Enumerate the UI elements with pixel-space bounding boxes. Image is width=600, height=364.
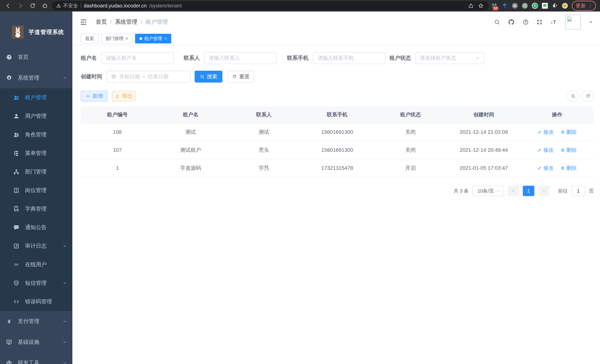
next-page-button[interactable] bbox=[538, 186, 550, 196]
app-title: 芋道管理系统 bbox=[28, 28, 64, 36]
tenant-name-input[interactable] bbox=[101, 52, 174, 64]
edit-link[interactable]: 修改 bbox=[537, 147, 554, 154]
page-1-button[interactable]: 1 bbox=[523, 186, 534, 196]
fullscreen-icon[interactable] bbox=[536, 19, 543, 25]
menu-tree-icon bbox=[13, 150, 20, 156]
sidebar-item-7[interactable]: 岗位管理 bbox=[0, 181, 72, 200]
urlbar-divider bbox=[81, 3, 81, 8]
close-tab-icon[interactable]: × bbox=[126, 36, 128, 41]
table-row: 107测试租户秃头15601691300关闭2021-12-14 20:49:4… bbox=[81, 141, 594, 159]
sidebar-item-4[interactable]: 角色管理 bbox=[0, 125, 72, 144]
browser-update-button[interactable]: 更新 ⋮ bbox=[572, 1, 596, 11]
add-button[interactable]: 新增 bbox=[81, 91, 108, 102]
gauge-icon bbox=[6, 54, 13, 60]
code-icon bbox=[13, 299, 20, 305]
start-date-placeholder: 开始日期 bbox=[119, 73, 140, 80]
sidebar-item-label: 在线用户 bbox=[25, 261, 47, 268]
sidebar-item-9[interactable]: 通知公告 bbox=[0, 218, 72, 237]
sidebar-item-6[interactable]: 部门管理 bbox=[0, 162, 72, 181]
pinned-extension-icon[interactable]: 10 bbox=[492, 3, 498, 9]
avatar[interactable] bbox=[565, 15, 581, 29]
refresh-table-button[interactable] bbox=[582, 90, 594, 102]
puzzle-extensions-icon[interactable] bbox=[552, 3, 558, 9]
breadcrumb-separator: / bbox=[110, 19, 112, 25]
status-select[interactable] bbox=[415, 52, 484, 64]
dot-extension-icon[interactable] bbox=[522, 3, 528, 9]
address-bar[interactable]: 不安全 dashboard.yudao.iocoder.cn/system/te… bbox=[52, 1, 489, 10]
export-button[interactable]: 导出 bbox=[112, 91, 136, 102]
font-size-icon[interactable]: тT bbox=[550, 19, 557, 25]
browser-menu-icon[interactable]: ⋮ bbox=[587, 3, 593, 9]
breadcrumb-item-1[interactable]: 系统管理 bbox=[115, 18, 137, 26]
tab-label: 部门管理 bbox=[106, 36, 123, 42]
delete-link[interactable]: 删除 bbox=[561, 129, 577, 136]
sidebar-item-14[interactable]: ¥支付管理 bbox=[0, 311, 72, 332]
reload-icon[interactable] bbox=[28, 1, 38, 10]
forward-icon[interactable] bbox=[15, 1, 26, 10]
emoji-extension-icon[interactable] bbox=[562, 3, 568, 9]
search-button[interactable]: 搜索 bbox=[195, 71, 223, 83]
chevron-left-icon bbox=[511, 188, 516, 193]
table-toolbar: 新增 导出 bbox=[81, 90, 594, 102]
search-menu-icon[interactable] bbox=[494, 19, 500, 25]
sidebar-item-11[interactable]: 在线用户 bbox=[0, 255, 72, 274]
toggle-search-button[interactable] bbox=[567, 90, 579, 102]
cell-mobile: 17321315478 bbox=[300, 159, 374, 177]
bookmark-star-icon[interactable] bbox=[477, 3, 485, 9]
sidebar-item-0[interactable]: 首页 bbox=[0, 47, 72, 67]
delete-link[interactable]: 删除 bbox=[561, 147, 577, 154]
gear-icon bbox=[6, 75, 13, 81]
kite-extension-icon[interactable] bbox=[502, 3, 508, 9]
sidebar-item-label: 通知公告 bbox=[25, 224, 47, 231]
sidebar-item-15[interactable]: 基础设施 bbox=[0, 332, 72, 353]
contact-input[interactable] bbox=[204, 52, 277, 64]
help-icon[interactable] bbox=[523, 19, 529, 25]
sidebar-item-13[interactable]: 错误码管理 bbox=[0, 292, 72, 311]
goto-page-input[interactable] bbox=[572, 186, 585, 196]
tab-2[interactable]: 租户管理× bbox=[135, 34, 171, 43]
chat-extension-icon[interactable] bbox=[542, 3, 548, 9]
share-icon[interactable] bbox=[467, 3, 475, 9]
tab-0[interactable]: 首页 bbox=[81, 34, 99, 43]
back-icon[interactable] bbox=[3, 1, 13, 10]
command-extension-icon[interactable]: ⌘ bbox=[512, 3, 518, 9]
date-range-input[interactable]: 开始日期 - 结束日期 bbox=[107, 71, 190, 83]
sidebar-item-3[interactable]: 用户管理 bbox=[0, 107, 72, 125]
end-date-placeholder: 结束日期 bbox=[148, 73, 169, 80]
user-icon bbox=[13, 113, 20, 120]
close-tab-icon[interactable]: × bbox=[164, 36, 167, 41]
chevron-down-icon bbox=[62, 319, 67, 324]
y-extension-icon[interactable]: Y bbox=[532, 3, 538, 9]
reset-icon bbox=[232, 74, 237, 79]
breadcrumb-item-0[interactable]: 首页 bbox=[96, 18, 107, 26]
users-icon bbox=[13, 94, 20, 101]
sidebar-item-label: 租户管理 bbox=[25, 94, 47, 101]
sidebar-item-label: 支付管理 bbox=[18, 318, 39, 325]
contact-label: 联系人 bbox=[184, 54, 200, 62]
sidebar-item-label: 用户管理 bbox=[25, 112, 47, 120]
tab-1[interactable]: 部门管理× bbox=[101, 34, 132, 43]
avatar-caret-icon[interactable] bbox=[589, 20, 593, 25]
sidebar-item-5[interactable]: 菜单管理 bbox=[0, 144, 72, 162]
sidebar-item-16[interactable]: 研发工具 bbox=[0, 353, 72, 364]
edit-link[interactable]: 修改 bbox=[537, 129, 554, 136]
prev-page-button[interactable] bbox=[508, 186, 519, 196]
column-header-5: 创建时间 bbox=[447, 106, 520, 123]
table-row: 1芋道源码芋艿17321315478开启2021-01-05 17:03:47修… bbox=[81, 159, 594, 177]
svg-text:⌘: ⌘ bbox=[513, 4, 516, 8]
sidebar-item-1[interactable]: 系统管理 bbox=[0, 67, 72, 88]
sidebar-item-10[interactable]: 审计日志 bbox=[0, 237, 72, 255]
reset-button[interactable]: 重置 bbox=[228, 71, 254, 83]
collapse-sidebar-icon[interactable] bbox=[80, 18, 88, 26]
edit-link[interactable]: 修改 bbox=[537, 165, 554, 172]
github-icon[interactable] bbox=[508, 19, 515, 25]
home-icon[interactable] bbox=[40, 1, 50, 10]
mobile-input[interactable] bbox=[313, 52, 385, 64]
trash-icon bbox=[561, 148, 565, 152]
sidebar-item-2[interactable]: 租户管理 bbox=[0, 88, 72, 107]
sidebar-item-8[interactable]: 字典管理 bbox=[0, 200, 72, 218]
delete-link[interactable]: 删除 bbox=[561, 165, 577, 172]
page-size-select[interactable]: 10条/页 bbox=[472, 186, 504, 196]
sidebar-item-label: 短信管理 bbox=[25, 280, 47, 287]
sidebar-item-12[interactable]: 短信管理 bbox=[0, 274, 72, 292]
